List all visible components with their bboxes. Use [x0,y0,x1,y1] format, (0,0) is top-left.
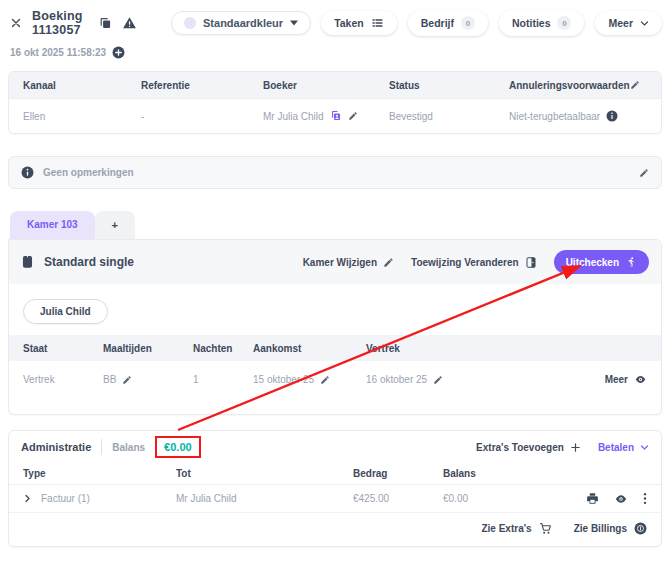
room-header: Standard single Kamer Wijzigen Toewijzin… [9,240,661,284]
change-room-label: Kamer Wijzigen [303,257,377,268]
meer-label: Meer [608,17,633,29]
col-referentie: Referentie [141,80,263,91]
door-icon [525,256,537,269]
cell-bedrag: €425.00 [353,493,443,504]
col-vertrek: Vertrek [366,343,526,354]
col-boeker: Boeker [263,80,389,91]
tab-kamer-103[interactable]: Kamer 103 [10,211,95,239]
eye-icon[interactable] [614,493,628,505]
col-nachten: Nachten [193,343,253,354]
cell-maaltijden: BB [103,374,116,385]
edit-maaltijden-icon[interactable] [122,375,132,385]
booking-datetime-row: 16 okt 2025 11:58:23 [0,37,670,59]
cell-staat: Vertrek [23,374,103,385]
copy-icon[interactable] [99,17,112,30]
col-maaltijden: Maaltijden [103,343,193,354]
meer-link[interactable]: Meer [605,374,647,385]
cart-icon [539,522,552,535]
edit-aankomst-icon[interactable] [320,375,330,385]
task-list-icon [371,17,384,29]
notities-count-badge: 0 [557,16,571,30]
betalen-dropdown[interactable]: Betalen [598,442,649,453]
notities-label: Notities [512,17,551,29]
cell-balans: €0.00 [443,493,553,504]
administration-header: Administratie Balans €0.00 Extra's Toevo… [9,431,661,463]
zie-billings-label: Zie Billings [574,523,627,534]
meer-label: Meer [605,374,628,385]
annotation-highlight-box: €0.00 [155,436,201,458]
edit-boeker-icon[interactable] [348,111,358,121]
room-type-name: Standard single [44,255,134,269]
edit-booking-icon[interactable] [630,80,650,90]
color-swatch-icon [184,17,196,29]
notities-button[interactable]: Notities 0 [499,10,585,36]
uitchecken-label: Uitchecken [566,257,619,268]
booking-datetime: 16 okt 2025 11:58:23 [10,47,106,58]
cell-tot: Mr Julia Child [176,493,353,504]
add-date-icon[interactable] [112,46,125,59]
betalen-label: Betalen [598,442,634,453]
top-bar: Boeking 1113057 Standaardkleur Taken Bed… [0,0,670,37]
add-extras-link[interactable]: Extra's Toevoegen [476,442,581,453]
booking-table-header: Kanaal Referentie Boeker Status Annuleri… [9,72,661,99]
cell-referentie: - [141,111,263,122]
zie-extras-link[interactable]: Zie Extra's [481,522,551,535]
cell-kanaal: Ellen [23,111,141,122]
print-icon[interactable] [586,492,599,505]
balans-value: €0.00 [164,441,192,453]
col-kanaal: Kanaal [23,80,141,91]
cell-aankomst: 15 oktober 25 [253,374,314,385]
col-aankomst: Aankomst [253,343,366,354]
pencil-icon [383,257,394,268]
cell-status: Bevestigd [389,111,509,122]
admin-table-row: Factuur (1) Mr Julia Child €425.00 €0.00 [9,485,661,513]
taken-button[interactable]: Taken [321,11,397,35]
room-card: Standard single Kamer Wijzigen Toewijzin… [8,239,662,415]
edit-vertrek-icon[interactable] [433,375,443,385]
eye-icon [634,374,647,385]
cell-annulering: Niet-terugbetaalbaar [509,111,600,122]
room-table-header: Staat Maaltijden Nachten Aankomst Vertre… [9,335,661,361]
color-dropdown-label: Standaardkleur [203,17,283,29]
expand-row-icon[interactable] [23,494,32,503]
change-room-link[interactable]: Kamer Wijzigen [303,257,394,268]
remarks-bar: Geen opmerkingen [8,156,662,189]
remarks-text: Geen opmerkingen [43,167,134,178]
add-room-tab[interactable]: + [95,211,135,239]
col-annuleringsvoorwaarden: Annuleringsvoorwaarden [509,80,630,91]
booking-summary-card: Kanaal Referentie Boeker Status Annuleri… [8,71,662,134]
cell-boeker: Mr Julia Child [263,111,324,122]
close-icon[interactable] [10,17,22,29]
meer-button[interactable]: Meer [595,11,662,35]
walking-person-icon [626,256,637,268]
administration-card: Administratie Balans €0.00 Extra's Toevo… [8,430,662,547]
kebab-menu-icon[interactable] [643,492,647,505]
guest-chip[interactable]: Julia Child [23,299,108,324]
cell-type: Factuur (1) [41,493,90,504]
admin-footer: Zie Extra's Zie Billings [9,513,661,546]
cell-nachten: 1 [193,374,253,385]
change-assignment-link[interactable]: Toewijzing Veranderen [411,256,537,269]
bedrijf-label: Bedrijf [421,17,454,29]
guest-profile-icon[interactable] [330,110,342,122]
bedrijf-button[interactable]: Bedrijf 0 [408,10,488,36]
caret-down-icon [290,20,298,26]
col-staat: Staat [23,343,103,354]
info-icon [21,166,34,179]
room-table-row: Vertrek BB 1 15 oktober 25 16 oktober 25… [9,361,661,398]
room-tabs: Kamer 103 + [10,211,670,239]
col-tot: Tot [176,468,353,479]
col-type: Type [23,468,176,479]
info-icon[interactable] [606,110,618,122]
bedrijf-count-badge: 0 [461,16,475,30]
col-balans: Balans [443,468,553,479]
edit-remarks-icon[interactable] [639,168,649,178]
zie-extras-label: Zie Extra's [481,523,531,534]
warning-icon[interactable] [122,16,137,30]
zie-billings-link[interactable]: Zie Billings [574,522,647,535]
administration-title: Administratie [21,441,91,453]
coin-icon [634,522,647,535]
color-dropdown[interactable]: Standaardkleur [171,11,311,35]
uitchecken-button[interactable]: Uitchecken [554,250,649,274]
balans-label: Balans [112,442,145,453]
